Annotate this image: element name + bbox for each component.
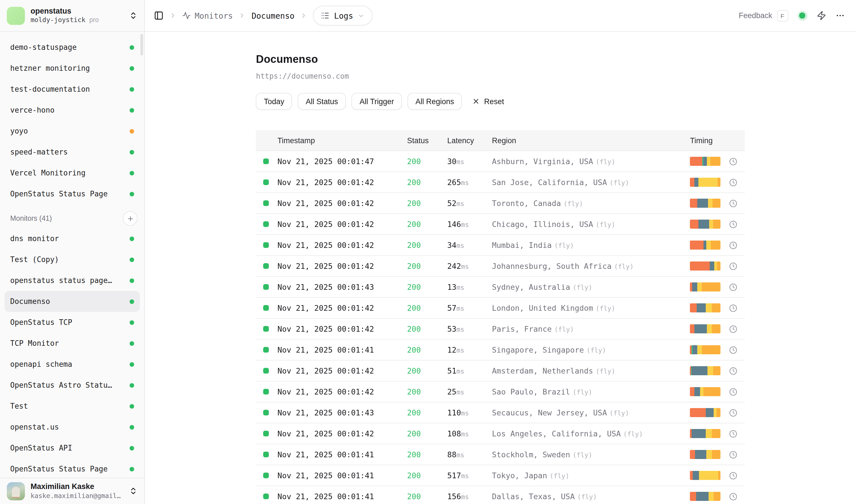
breadcrumb-monitor-name[interactable]: Documenso <box>252 11 295 20</box>
timing-bar <box>690 199 721 208</box>
row-timestamp: Nov 21, 2025 00:01:43 <box>278 283 407 291</box>
row-timestamp: Nov 21, 2025 00:01:42 <box>278 199 407 208</box>
clock-icon[interactable] <box>729 471 745 480</box>
table-row[interactable]: Nov 21, 2025 00:01:41 200 12ms Singapore… <box>256 340 745 361</box>
logs-icon <box>321 11 330 20</box>
sidebar-item[interactable]: speed-matters <box>4 142 140 162</box>
table-row[interactable]: Nov 21, 2025 00:01:42 200 52ms Toronto, … <box>256 193 745 214</box>
table-row[interactable]: Nov 21, 2025 00:01:41 200 88ms Stockholm… <box>256 444 745 465</box>
status-dot <box>130 467 134 471</box>
user-meta: Maximilian Kaske kaske.maximilian@gmail… <box>31 482 123 500</box>
clock-icon[interactable] <box>729 283 745 291</box>
clock-icon[interactable] <box>729 450 745 459</box>
table-row[interactable]: Nov 21, 2025 00:01:42 200 242ms Johannes… <box>256 256 745 277</box>
clock-icon[interactable] <box>729 388 745 396</box>
table-row[interactable]: Nov 21, 2025 00:01:42 200 34ms Mumbai, I… <box>256 235 745 256</box>
user-menu[interactable]: Maximilian Kaske kaske.maximilian@gmail… <box>0 478 144 504</box>
sidebar-item[interactable]: OpenStatus Astro Statu… <box>4 375 140 396</box>
feedback-button[interactable]: Feedback F <box>738 10 788 21</box>
table-row[interactable]: Nov 21, 2025 00:01:41 200 156ms Dallas, … <box>256 486 745 504</box>
timing-bar <box>690 240 721 250</box>
row-status-code: 200 <box>407 345 447 354</box>
main-area: Monitors Documenso Logs Feedback <box>145 0 856 504</box>
clock-icon[interactable] <box>729 178 745 186</box>
row-status-code: 200 <box>407 492 447 501</box>
clock-icon[interactable] <box>729 199 745 208</box>
sidebar-toggle-button[interactable] <box>154 11 164 20</box>
table-row[interactable]: Nov 21, 2025 00:01:42 200 146ms Chicago,… <box>256 214 745 235</box>
workspace-switcher[interactable]: openstatus moldy-joystick pro <box>0 0 144 32</box>
table-row[interactable]: Nov 21, 2025 00:01:42 200 265ms San Jose… <box>256 172 745 193</box>
sidebar-item[interactable]: OpenStatus Status Page <box>4 458 140 478</box>
table-row[interactable]: Nov 21, 2025 00:01:41 200 517ms Tokyo, J… <box>256 465 745 486</box>
row-latency: 156ms <box>447 491 492 502</box>
filter-button[interactable]: Today <box>256 93 292 110</box>
sidebar-item[interactable]: openstat.us <box>4 417 140 437</box>
clock-icon[interactable] <box>729 345 745 354</box>
sidebar-item[interactable]: test-documentation <box>4 79 140 100</box>
clock-icon[interactable] <box>729 492 745 501</box>
filter-button[interactable]: All Status <box>298 93 346 110</box>
sidebar-item[interactable]: dns monitor <box>4 228 140 249</box>
view-selector-logs[interactable]: Logs <box>313 6 372 25</box>
table-row[interactable]: Nov 21, 2025 00:01:42 200 25ms Sao Paulo… <box>256 381 745 402</box>
sidebar-item[interactable]: Test <box>4 396 140 417</box>
timing-bar <box>690 345 721 354</box>
app-window: openstatus moldy-joystick pro demo-statu… <box>0 0 856 504</box>
timing-bar <box>690 471 721 480</box>
clock-icon[interactable] <box>729 408 745 417</box>
zap-icon[interactable] <box>816 11 826 20</box>
sidebar-item[interactable]: TCP Monitor <box>4 333 140 354</box>
reset-filters-button[interactable]: Reset <box>468 93 509 110</box>
row-timestamp: Nov 21, 2025 00:01:42 <box>278 262 407 271</box>
sidebar-item[interactable]: Test (Copy) <box>4 249 140 270</box>
sidebar-item[interactable]: openstatus status page… <box>4 270 140 291</box>
row-status-square <box>264 452 269 457</box>
row-status-square <box>264 389 269 395</box>
sidebar-item[interactable]: OpenStatus Status Page <box>4 183 140 204</box>
sidebar-scrollbar[interactable] <box>140 34 143 55</box>
table-row[interactable]: Nov 21, 2025 00:01:47 200 30ms Ashburn, … <box>256 151 745 172</box>
timing-bar <box>690 429 721 438</box>
sidebar-item[interactable]: OpenStatus API <box>4 437 140 458</box>
clock-icon[interactable] <box>729 241 745 249</box>
table-row[interactable]: Nov 21, 2025 00:01:42 200 108ms Los Ange… <box>256 424 745 444</box>
sidebar-item[interactable]: verce-hono <box>4 100 140 121</box>
add-monitor-button[interactable] <box>123 211 138 226</box>
sidebar-item-label: yoyo <box>10 127 125 135</box>
table-row[interactable]: Nov 21, 2025 00:01:42 200 57ms London, U… <box>256 298 745 319</box>
page-title: Documenso <box>256 53 745 66</box>
table-row[interactable]: Nov 21, 2025 00:01:43 200 110ms Secaucus… <box>256 402 745 424</box>
chevrons-up-down-icon[interactable] <box>129 11 138 20</box>
sidebar-item[interactable]: Vercel Monitoring <box>4 162 140 183</box>
breadcrumb-monitors[interactable]: Monitors <box>182 11 233 20</box>
clock-icon[interactable] <box>729 325 745 333</box>
sidebar-item[interactable]: Documenso <box>4 291 140 312</box>
row-status-code: 200 <box>407 283 447 291</box>
row-region: Los Angeles, California, USA (fly) <box>492 429 690 439</box>
clock-icon[interactable] <box>729 429 745 438</box>
row-status-square <box>264 431 269 436</box>
row-latency: 108ms <box>447 429 492 439</box>
clock-icon[interactable] <box>729 304 745 312</box>
clock-icon[interactable] <box>729 262 745 270</box>
status-dot <box>130 299 134 304</box>
clock-icon[interactable] <box>729 366 745 375</box>
filter-button[interactable]: All Regions <box>408 93 462 110</box>
sidebar-item[interactable]: yoyo <box>4 121 140 142</box>
clock-icon[interactable] <box>729 220 745 228</box>
sidebar-item[interactable]: openapi schema <box>4 354 140 375</box>
row-region: Stockholm, Sweden (fly) <box>492 449 690 460</box>
table-row[interactable]: Nov 21, 2025 00:01:43 200 13ms Sydney, A… <box>256 277 745 298</box>
more-menu-icon[interactable] <box>835 11 845 20</box>
status-indicator-dot[interactable] <box>797 11 807 21</box>
sidebar-item[interactable]: hetzner monitoring <box>4 58 140 79</box>
sidebar-item[interactable]: demo-statuspage <box>4 37 140 58</box>
row-latency: 517ms <box>447 470 492 481</box>
sidebar-item[interactable]: OpenStatus TCP <box>4 312 140 333</box>
timing-bar <box>690 220 721 229</box>
clock-icon[interactable] <box>729 157 745 165</box>
filter-button[interactable]: All Trigger <box>352 93 402 110</box>
table-row[interactable]: Nov 21, 2025 00:01:42 200 51ms Amsterdam… <box>256 361 745 381</box>
table-row[interactable]: Nov 21, 2025 00:01:42 200 53ms Paris, Fr… <box>256 319 745 340</box>
